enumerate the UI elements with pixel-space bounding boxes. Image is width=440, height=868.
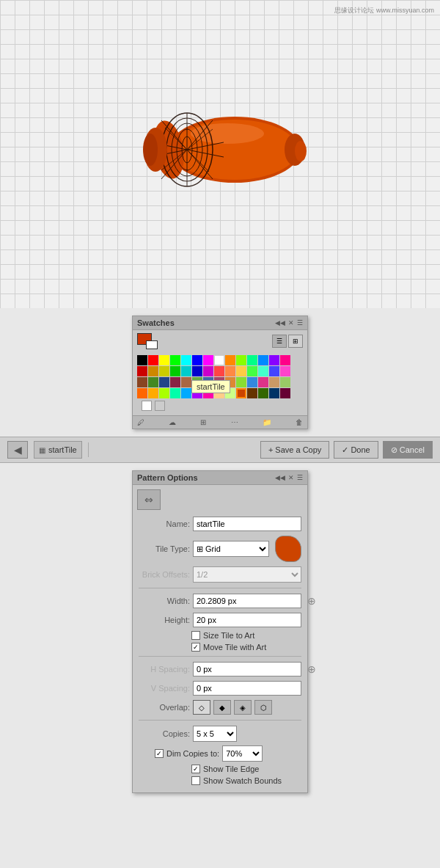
swatch-cell[interactable] bbox=[159, 377, 169, 387]
swatch-cell[interactable] bbox=[181, 366, 191, 376]
swatch-cell[interactable] bbox=[137, 388, 147, 398]
swatches-grid: startTile bbox=[133, 352, 307, 415]
swatch-cell[interactable] bbox=[181, 377, 191, 387]
grid-view-btn[interactable]: ⊞ bbox=[288, 335, 303, 348]
h-link-icon[interactable]: ⊕ bbox=[307, 663, 316, 675]
background-swatch[interactable] bbox=[146, 340, 158, 349]
swatch-cell[interactable] bbox=[148, 388, 158, 398]
swatch-cell[interactable] bbox=[170, 388, 180, 398]
swatch-cell[interactable] bbox=[269, 366, 279, 376]
swatch-cell[interactable] bbox=[258, 377, 268, 387]
show-swatch-bounds-checkbox[interactable] bbox=[191, 776, 200, 785]
delete-swatch-btn[interactable]: 🗑 bbox=[296, 418, 303, 426]
tile-type-select[interactable]: ⊞ Grid Brick by Row Brick by Column Hex … bbox=[193, 541, 269, 557]
dim-copies-checkbox[interactable]: ✓ bbox=[155, 749, 164, 758]
back-button[interactable]: ◀ bbox=[7, 441, 28, 459]
white-swatch[interactable] bbox=[142, 401, 152, 411]
swatch-cell[interactable] bbox=[159, 388, 169, 398]
active-swatch[interactable] bbox=[137, 333, 158, 349]
swatch-cell[interactable] bbox=[170, 377, 180, 387]
swatch-cell[interactable] bbox=[148, 377, 158, 387]
panel-close-btn[interactable]: ✕ bbox=[288, 319, 294, 327]
new-swatch-btn[interactable]: 🖊 bbox=[137, 418, 144, 426]
swatch-cell[interactable] bbox=[225, 355, 235, 365]
swatch-cell[interactable] bbox=[280, 366, 290, 376]
swatch-cell[interactable] bbox=[280, 355, 290, 365]
swatch-cell[interactable] bbox=[159, 355, 169, 365]
h-spacing-input[interactable] bbox=[193, 662, 301, 676]
tile-icon-button[interactable]: ⇔ bbox=[137, 489, 161, 510]
swatch-cell[interactable] bbox=[269, 388, 279, 398]
swatch-cell[interactable] bbox=[214, 366, 224, 376]
swatch-cell[interactable] bbox=[137, 355, 147, 365]
swatch-cell[interactable] bbox=[170, 366, 180, 376]
separator bbox=[88, 442, 89, 457]
po-collapse-btn[interactable]: ◀◀ bbox=[275, 474, 285, 481]
show-tile-edge-checkbox[interactable]: ✓ bbox=[191, 765, 200, 773]
po-menu-btn[interactable]: ☰ bbox=[297, 474, 303, 481]
done-button[interactable]: ✓ Done bbox=[334, 441, 378, 459]
move-tile-checkbox[interactable]: ✓ bbox=[191, 643, 200, 652]
copies-select[interactable]: 5 x 5 3 x 3 7 x 7 bbox=[193, 726, 237, 742]
lightgray-swatch[interactable] bbox=[155, 401, 165, 411]
swatch-cell[interactable] bbox=[247, 388, 257, 398]
overlap-btn-2[interactable]: ◆ bbox=[213, 700, 231, 715]
candy-illustration bbox=[110, 106, 330, 194]
dim-copies-select[interactable]: 70% 50% 30% bbox=[222, 745, 263, 762]
swatch-cell[interactable] bbox=[148, 366, 158, 376]
swatch-cell[interactable] bbox=[247, 355, 257, 365]
width-input[interactable] bbox=[193, 594, 301, 608]
swatch-cell[interactable] bbox=[280, 377, 290, 387]
swatch-cell[interactable] bbox=[181, 355, 191, 365]
tile-name: startTile bbox=[48, 445, 77, 454]
swatch-cell[interactable] bbox=[148, 355, 158, 365]
show-swatch-bounds-row: Show Swatch Bounds bbox=[133, 775, 307, 787]
name-input[interactable] bbox=[193, 517, 301, 531]
swatch-cell[interactable] bbox=[258, 388, 268, 398]
swatch-cell[interactable] bbox=[236, 366, 246, 376]
swatch-cell[interactable] bbox=[258, 355, 268, 365]
height-input[interactable] bbox=[193, 613, 301, 627]
link-icon[interactable]: ⊕ bbox=[307, 595, 316, 607]
swatch-cell[interactable] bbox=[258, 366, 268, 376]
swatch-cell[interactable] bbox=[170, 355, 180, 365]
brick-offset-select[interactable]: 1/2 bbox=[193, 566, 301, 583]
swatch-cell[interactable] bbox=[236, 355, 246, 365]
swatch-cell[interactable] bbox=[137, 366, 147, 376]
overlap-btn-1[interactable]: ◇ bbox=[193, 700, 210, 715]
swatch-cell[interactable] bbox=[192, 355, 202, 365]
swatch-cell[interactable] bbox=[137, 377, 147, 387]
swatch-cell[interactable] bbox=[247, 377, 257, 387]
list-view-btn[interactable]: ☰ bbox=[272, 335, 287, 348]
swatch-cell[interactable] bbox=[269, 377, 279, 387]
swatch-cell[interactable] bbox=[159, 366, 169, 376]
v-spacing-input[interactable] bbox=[193, 681, 301, 696]
swatch-cell[interactable] bbox=[280, 388, 290, 398]
panel-collapse-btn[interactable]: ◀◀ bbox=[275, 319, 285, 327]
swatch-library-btn[interactable]: ☁ bbox=[169, 418, 176, 426]
cancel-button[interactable]: ⊘ Cancel bbox=[383, 441, 433, 459]
move-tile-label: Move Tile with Art bbox=[203, 643, 266, 652]
swatch-cell[interactable] bbox=[247, 366, 257, 376]
swatch-cell[interactable] bbox=[203, 366, 213, 376]
save-copy-button[interactable]: + Save a Copy bbox=[260, 441, 329, 459]
size-tile-checkbox[interactable] bbox=[191, 631, 200, 640]
swatch-cell-selected[interactable] bbox=[236, 388, 246, 398]
overlap-btn-3[interactable]: ◈ bbox=[234, 700, 252, 715]
swatch-cell[interactable] bbox=[236, 377, 246, 387]
swatch-cell[interactable] bbox=[192, 366, 202, 376]
swatch-cell[interactable] bbox=[181, 388, 191, 398]
po-icon-row: ⇔ bbox=[133, 485, 307, 514]
move-tile-row: ✓ Move Tile with Art bbox=[133, 641, 307, 653]
copies-label: Copies: bbox=[139, 729, 190, 738]
po-close-btn[interactable]: ✕ bbox=[288, 474, 294, 481]
swatch-group-btn[interactable]: ⊞ bbox=[200, 418, 206, 426]
swatch-cell[interactable] bbox=[225, 366, 235, 376]
swatch-cell[interactable] bbox=[214, 355, 224, 365]
swatch-cell[interactable] bbox=[269, 355, 279, 365]
swatch-options-btn[interactable]: ⋯ bbox=[231, 418, 238, 426]
swatch-cell[interactable] bbox=[203, 355, 213, 365]
panel-menu-btn[interactable]: ☰ bbox=[297, 319, 303, 327]
swatch-folder-btn[interactable]: 📁 bbox=[263, 418, 271, 426]
overlap-btn-4[interactable]: ⬡ bbox=[254, 700, 272, 715]
